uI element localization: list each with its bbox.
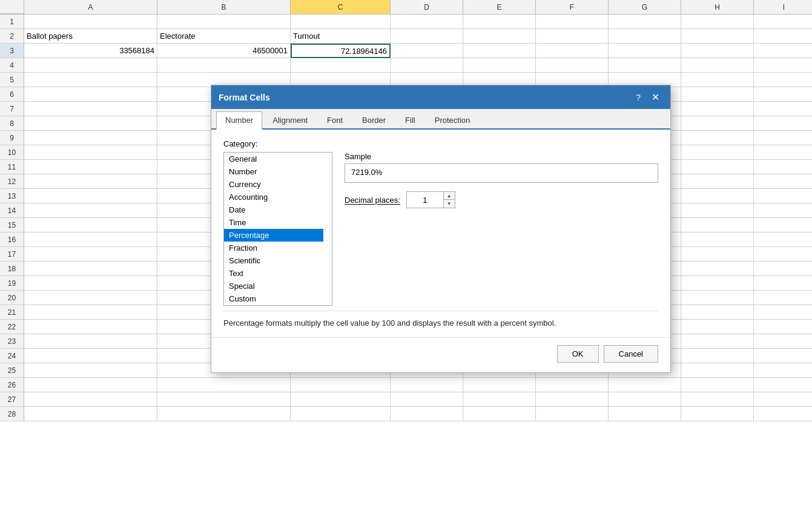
cell-3-col-b[interactable]: 46500001 <box>157 44 291 58</box>
row-header-3[interactable]: 3 <box>0 44 24 58</box>
row-header-6[interactable]: 6 <box>0 87 24 102</box>
row-header-19[interactable]: 19 <box>0 276 24 291</box>
cell-28-col-e[interactable] <box>463 407 536 421</box>
cell-12-col-i[interactable] <box>754 174 812 189</box>
cell-28-col-h[interactable] <box>681 407 754 421</box>
cell-12-col-a[interactable] <box>24 174 157 189</box>
category-item-percentage[interactable]: Percentage <box>224 229 323 242</box>
cell-27-col-e[interactable] <box>463 392 536 407</box>
row-header-7[interactable]: 7 <box>0 102 24 116</box>
cell-22-col-h[interactable] <box>681 320 754 334</box>
cell-3-col-a[interactable]: 33568184 <box>24 44 157 58</box>
cell-22-col-i[interactable] <box>754 320 812 334</box>
tab-border[interactable]: Border <box>353 111 395 128</box>
cell-24-col-i[interactable] <box>754 349 812 363</box>
cell-26-col-f[interactable] <box>536 378 609 392</box>
cell-17-col-i[interactable] <box>754 247 812 262</box>
cell-1-col-e[interactable] <box>463 15 536 29</box>
cell-28-col-a[interactable] <box>24 407 157 421</box>
cell-26-col-h[interactable] <box>681 378 754 392</box>
row-header-27[interactable]: 27 <box>0 392 24 407</box>
tab-alignment[interactable]: Alignment <box>263 111 317 128</box>
cell-1-col-b[interactable] <box>157 15 291 29</box>
cell-1-col-c[interactable] <box>291 15 391 29</box>
col-header-c[interactable]: C <box>291 0 391 14</box>
cell-1-col-i[interactable] <box>754 15 812 29</box>
row-header-10[interactable]: 10 <box>0 145 24 160</box>
col-header-b[interactable]: B <box>157 0 291 14</box>
cell-24-col-h[interactable] <box>681 349 754 363</box>
cell-14-col-a[interactable] <box>24 203 157 218</box>
dialog-help-button[interactable]: ? <box>632 91 644 104</box>
cell-13-col-h[interactable] <box>681 189 754 203</box>
row-header-17[interactable]: 17 <box>0 247 24 262</box>
cell-3-col-f[interactable] <box>536 44 609 58</box>
category-item-number[interactable]: Number <box>224 165 323 178</box>
row-header-15[interactable]: 15 <box>0 218 24 232</box>
cell-18-col-i[interactable] <box>754 262 812 276</box>
tab-font[interactable]: Font <box>318 111 352 128</box>
spin-down-button[interactable]: ▼ <box>444 200 455 208</box>
cell-23-col-a[interactable] <box>24 334 157 349</box>
cell-3-col-i[interactable] <box>754 44 812 58</box>
cell-3-col-c[interactable]: 72.18964146 <box>291 44 391 58</box>
cell-27-col-g[interactable] <box>609 392 681 407</box>
cell-2-col-c[interactable]: Turnout <box>291 29 391 44</box>
cell-9-col-a[interactable] <box>24 131 157 145</box>
cell-4-col-d[interactable] <box>391 58 463 73</box>
cell-4-col-g[interactable] <box>609 58 681 73</box>
cell-7-col-h[interactable] <box>681 102 754 116</box>
cell-27-col-h[interactable] <box>681 392 754 407</box>
cell-2-col-b[interactable]: Electorate <box>157 29 291 44</box>
cell-3-col-d[interactable] <box>391 44 463 58</box>
row-header-13[interactable]: 13 <box>0 189 24 203</box>
col-header-g[interactable]: G <box>609 0 681 14</box>
cell-28-col-i[interactable] <box>754 407 812 421</box>
cell-11-col-h[interactable] <box>681 160 754 174</box>
cell-21-col-i[interactable] <box>754 305 812 320</box>
cell-2-col-h[interactable] <box>681 29 754 44</box>
cell-27-col-a[interactable] <box>24 392 157 407</box>
cell-9-col-h[interactable] <box>681 131 754 145</box>
cell-19-col-i[interactable] <box>754 276 812 291</box>
col-header-d[interactable]: D <box>391 0 463 14</box>
row-header-14[interactable]: 14 <box>0 203 24 218</box>
cell-5-col-h[interactable] <box>681 73 754 87</box>
cell-26-col-i[interactable] <box>754 378 812 392</box>
tab-protection[interactable]: Protection <box>426 111 480 128</box>
category-item-accounting[interactable]: Accounting <box>224 191 323 203</box>
cell-27-col-d[interactable] <box>391 392 463 407</box>
spin-up-button[interactable]: ▲ <box>444 192 455 200</box>
cell-1-col-d[interactable] <box>391 15 463 29</box>
cell-17-col-a[interactable] <box>24 247 157 262</box>
row-header-11[interactable]: 11 <box>0 160 24 174</box>
row-header-24[interactable]: 24 <box>0 349 24 363</box>
cell-3-col-h[interactable] <box>681 44 754 58</box>
category-item-text[interactable]: Text <box>224 267 323 280</box>
cell-10-col-a[interactable] <box>24 145 157 160</box>
cell-28-col-b[interactable] <box>157 407 291 421</box>
row-header-23[interactable]: 23 <box>0 334 24 349</box>
row-header-18[interactable]: 18 <box>0 262 24 276</box>
cell-20-col-h[interactable] <box>681 291 754 305</box>
col-header-f[interactable]: F <box>536 0 609 14</box>
cell-27-col-i[interactable] <box>754 392 812 407</box>
tab-fill[interactable]: Fill <box>396 111 424 128</box>
col-header-i[interactable]: I <box>754 0 812 14</box>
cell-28-col-f[interactable] <box>536 407 609 421</box>
cell-8-col-i[interactable] <box>754 116 812 131</box>
cell-15-col-h[interactable] <box>681 218 754 232</box>
row-header-21[interactable]: 21 <box>0 305 24 320</box>
cell-4-col-i[interactable] <box>754 58 812 73</box>
cell-4-col-e[interactable] <box>463 58 536 73</box>
row-header-1[interactable]: 1 <box>0 15 24 29</box>
cell-6-col-h[interactable] <box>681 87 754 102</box>
cell-15-col-a[interactable] <box>24 218 157 232</box>
cell-11-col-a[interactable] <box>24 160 157 174</box>
cell-21-col-h[interactable] <box>681 305 754 320</box>
cell-10-col-h[interactable] <box>681 145 754 160</box>
category-item-time[interactable]: Time <box>224 216 323 229</box>
cell-20-col-i[interactable] <box>754 291 812 305</box>
cell-8-col-a[interactable] <box>24 116 157 131</box>
category-item-custom[interactable]: Custom <box>224 292 323 305</box>
